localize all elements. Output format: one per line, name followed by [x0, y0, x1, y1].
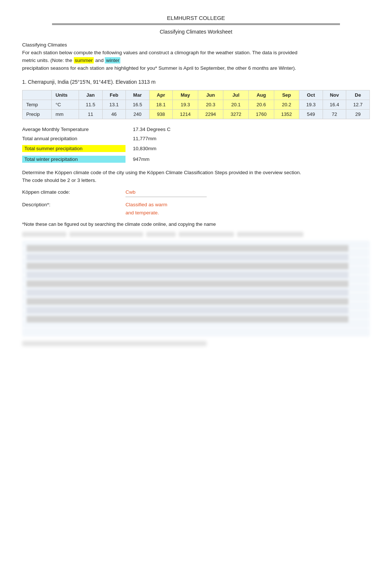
total-annual-row: Total annual precipitation 11,777mm: [22, 136, 370, 141]
temp-label: Temp: [23, 100, 52, 109]
temp-oct: 19.3: [299, 100, 323, 109]
temp-dec: 12.7: [346, 100, 370, 109]
precip-may: 1214: [173, 109, 198, 119]
temp-jun: 20.3: [198, 100, 223, 109]
temp-units: °C: [52, 100, 79, 109]
total-summer-value: 10,830mm: [133, 146, 157, 151]
temp-row: Temp °C 11.5 13.1 16.5 18.1 19.3 20.3 20…: [23, 100, 370, 109]
intro-section: Classifying Climates For each station be…: [22, 41, 303, 72]
koppen-desc-row: Description*: Classified as warmand temp…: [22, 201, 370, 217]
page-title: ELMHURST COLLEGE: [22, 15, 370, 21]
header-feb: Feb: [102, 90, 126, 100]
temp-may: 19.3: [173, 100, 198, 109]
total-winter-value: 947mm: [133, 156, 149, 162]
total-winter-label: Total winter precipitation: [22, 156, 125, 163]
header-jan: Jan: [79, 90, 102, 100]
koppen-desc-label: Description*:: [22, 201, 125, 209]
temp-apr: 18.1: [149, 100, 173, 109]
temp-mar: 16.5: [126, 100, 149, 109]
precip-feb: 46: [102, 109, 126, 119]
header-mar: Mar: [126, 90, 149, 100]
avg-temp-value: 17.34 Degrees C: [133, 127, 171, 132]
header-label: [23, 90, 52, 100]
koppen-code-row: Köppen climate code: Cwb: [22, 188, 370, 197]
total-annual-value: 11,777mm: [133, 136, 157, 141]
header-aug: Aug: [248, 90, 274, 100]
header-jun: Jun: [198, 90, 223, 100]
precip-mar: 240: [126, 109, 149, 119]
koppen-code-label: Köppen climate code:: [22, 188, 125, 196]
header-units: Units: [52, 90, 79, 100]
climate-data-table: Units Jan Feb Mar Apr May Jun Jul Aug Se…: [22, 90, 370, 119]
precip-jun: 2294: [198, 109, 223, 119]
temp-sep: 20.2: [274, 100, 299, 109]
koppen-code-value: Cwb: [125, 188, 207, 197]
classifying-climates-label: Classifying Climates: [22, 41, 303, 49]
total-annual-label: Total annual precipitation: [22, 136, 125, 141]
winter-highlight: winter: [105, 57, 120, 63]
station-coords: (25°15'N, 91°44'E). Elevation 1313 m: [70, 79, 155, 85]
temp-feb: 13.1: [102, 100, 126, 109]
precip-sep: 1352: [274, 109, 299, 119]
precip-apr: 938: [149, 109, 173, 119]
temp-nov: 16.4: [323, 100, 346, 109]
koppen-desc-value: Classified as warmand temperate.: [125, 201, 167, 217]
temp-jul: 20.1: [223, 100, 249, 109]
total-summer-row: Total summer precipitation 10,830mm: [22, 145, 370, 152]
summer-highlight: summer: [74, 57, 94, 63]
worksheet-subtitle: Classifying Climates Worksheet: [22, 29, 370, 35]
precip-row: Precip mm 11 46 240 938 1214 2294 3272 1…: [23, 109, 370, 119]
header-dec: De: [346, 90, 370, 100]
header-sep: Sep: [274, 90, 299, 100]
precip-jul: 3272: [223, 109, 249, 119]
avg-temp-label: Average Monthly Temperature: [22, 127, 125, 132]
header-oct: Oct: [299, 90, 323, 100]
and-text: and: [95, 58, 105, 63]
precip-dec: 29: [346, 109, 370, 119]
precip-nov: 72: [323, 109, 346, 119]
blurred-table-section: [22, 241, 370, 337]
temp-jan: 11.5: [79, 100, 102, 109]
stats-section: Average Monthly Temperature 17.34 Degree…: [22, 127, 370, 163]
avg-temp-row: Average Monthly Temperature 17.34 Degree…: [22, 127, 370, 132]
table-header-row: Units Jan Feb Mar Apr May Jun Jul Aug Se…: [23, 90, 370, 100]
header-jul: Jul: [223, 90, 249, 100]
precip-label: Precip: [23, 109, 52, 119]
temp-aug: 20.6: [248, 100, 274, 109]
koppen-intro: Determine the Köppen climate code of the…: [22, 169, 303, 184]
intro-body-text: For each station below compute the follo…: [22, 50, 298, 63]
koppen-section: Determine the Köppen climate code of the…: [22, 169, 370, 228]
koppen-note: *Note these can be figured out by search…: [22, 221, 303, 228]
station-number: 1.: [22, 79, 27, 85]
header-divider: [52, 23, 340, 25]
station-name-text: Cherrapunji, India: [28, 79, 69, 85]
precip-jan: 11: [79, 109, 102, 119]
precip-units: mm: [52, 109, 79, 119]
header-may: May: [173, 90, 198, 100]
total-summer-label: Total summer precipitation: [22, 145, 125, 152]
precip-aug: 1760: [248, 109, 274, 119]
intro-body2: precipitation seasons for each station a…: [22, 65, 296, 71]
intro-body: For each station below compute the follo…: [22, 49, 303, 72]
header-nov: Nov: [323, 90, 346, 100]
precip-oct: 549: [299, 109, 323, 119]
header-apr: Apr: [149, 90, 173, 100]
station-title: 1. Cherrapunji, India (25°15'N, 91°44'E)…: [22, 79, 370, 85]
total-winter-row: Total winter precipitation 947mm: [22, 156, 370, 163]
